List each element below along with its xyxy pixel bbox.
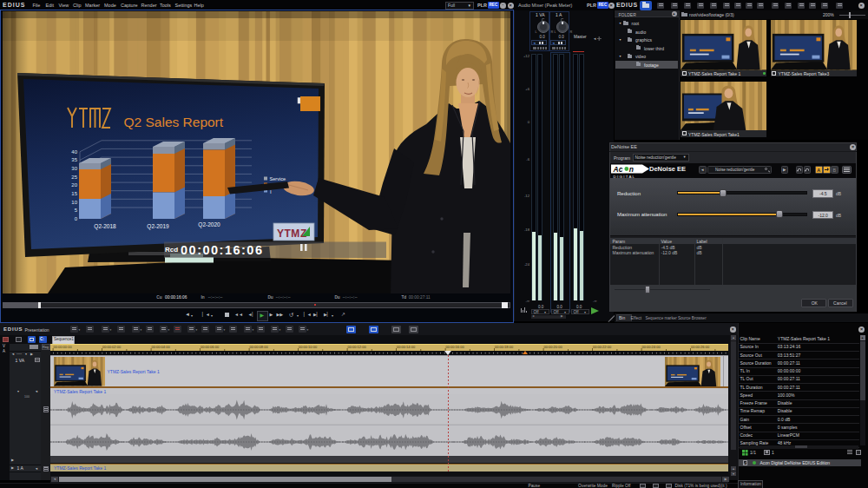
svg-text:n: n	[629, 164, 634, 173]
svg-text:Ac: Ac	[613, 164, 623, 173]
